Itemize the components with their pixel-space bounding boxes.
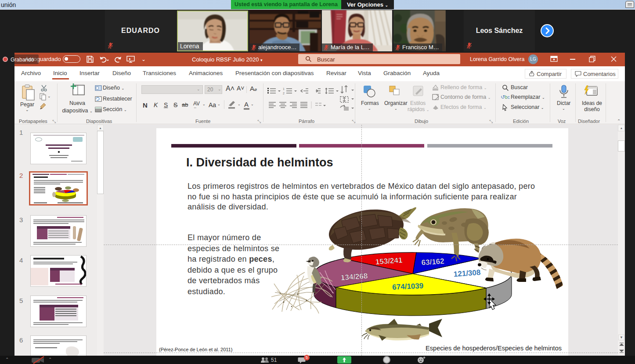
svg-text:63/162: 63/162 [421,257,444,267]
svg-text:2: 2 [283,92,285,95]
svg-text:1: 1 [283,87,285,90]
svg-text:674/1039: 674/1039 [392,281,424,292]
